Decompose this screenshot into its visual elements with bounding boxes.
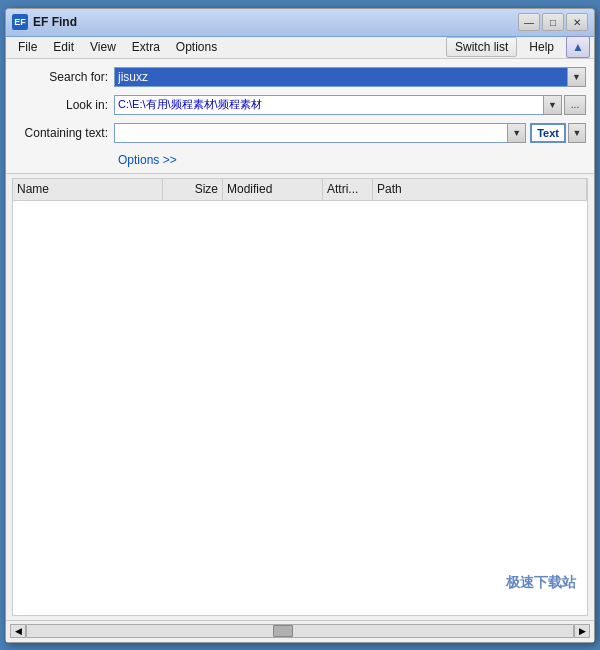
col-header-name[interactable]: Name	[13, 179, 163, 200]
title-bar: EF EF Find — □ ✕	[6, 9, 594, 37]
switch-list-button[interactable]: Switch list	[446, 37, 517, 57]
look-in-row: Look in: ▼ ...	[14, 93, 586, 117]
menu-file[interactable]: File	[10, 38, 45, 56]
chevron-down-icon-2: ▼	[548, 100, 557, 110]
menu-options[interactable]: Options	[168, 38, 225, 56]
scroll-thumb[interactable]	[273, 625, 293, 637]
look-in-input-wrap: ▼ ...	[114, 95, 586, 115]
containing-text-input-wrap: ▼ Text ▼	[114, 123, 586, 143]
search-for-input-wrap: ▼	[114, 67, 586, 87]
status-bar: ◀ ▶	[6, 620, 594, 642]
results-wrapper: Name Size Modified Attri... Path 极速下载站	[6, 174, 594, 620]
look-in-dropdown[interactable]: ▼	[544, 95, 562, 115]
close-button[interactable]: ✕	[566, 13, 588, 31]
menu-help[interactable]: Help	[521, 38, 562, 56]
up-arrow-button[interactable]: ▲	[566, 36, 590, 58]
options-link[interactable]: Options >>	[118, 151, 177, 169]
containing-text-input[interactable]	[114, 123, 508, 143]
containing-text-dropdown[interactable]: ▼	[508, 123, 526, 143]
scroll-left-button[interactable]: ◀	[10, 624, 26, 638]
minimize-button[interactable]: —	[518, 13, 540, 31]
menu-edit[interactable]: Edit	[45, 38, 82, 56]
window-title: EF Find	[33, 15, 518, 29]
table-body[interactable]	[13, 201, 587, 615]
search-for-row: Search for: ▼	[14, 65, 586, 89]
look-in-input[interactable]	[114, 95, 544, 115]
text-type-badge: Text	[530, 123, 566, 143]
maximize-button[interactable]: □	[542, 13, 564, 31]
up-arrow-icon: ▲	[572, 40, 584, 54]
containing-text-label: Containing text:	[14, 126, 114, 140]
search-for-input[interactable]	[114, 67, 568, 87]
text-type-dropdown[interactable]: ▼	[568, 123, 586, 143]
col-header-size[interactable]: Size	[163, 179, 223, 200]
main-window: EF EF Find — □ ✕ File Edit View Extra Op…	[5, 8, 595, 643]
chevron-down-icon-4: ▼	[573, 128, 582, 138]
options-link-row: Options >>	[14, 149, 586, 169]
search-for-label: Search for:	[14, 70, 114, 84]
chevron-down-icon: ▼	[572, 72, 581, 82]
scroll-right-button[interactable]: ▶	[574, 624, 590, 638]
menu-extra[interactable]: Extra	[124, 38, 168, 56]
search-form: Search for: ▼ Look in: ▼ ... Containing …	[6, 59, 594, 174]
search-for-dropdown[interactable]: ▼	[568, 67, 586, 87]
col-header-modified[interactable]: Modified	[223, 179, 323, 200]
col-header-path[interactable]: Path	[373, 179, 587, 200]
menu-view[interactable]: View	[82, 38, 124, 56]
chevron-down-icon-3: ▼	[512, 128, 521, 138]
containing-text-row: Containing text: ▼ Text ▼	[14, 121, 586, 145]
app-icon: EF	[12, 14, 28, 30]
horizontal-scrollbar[interactable]	[26, 624, 574, 638]
col-header-attrib[interactable]: Attri...	[323, 179, 373, 200]
menu-bar: File Edit View Extra Options Switch list…	[6, 37, 594, 59]
results-table: Name Size Modified Attri... Path	[12, 178, 588, 616]
look-in-label: Look in:	[14, 98, 114, 112]
table-header: Name Size Modified Attri... Path	[13, 179, 587, 201]
browse-button[interactable]: ...	[564, 95, 586, 115]
window-controls: — □ ✕	[518, 13, 588, 31]
